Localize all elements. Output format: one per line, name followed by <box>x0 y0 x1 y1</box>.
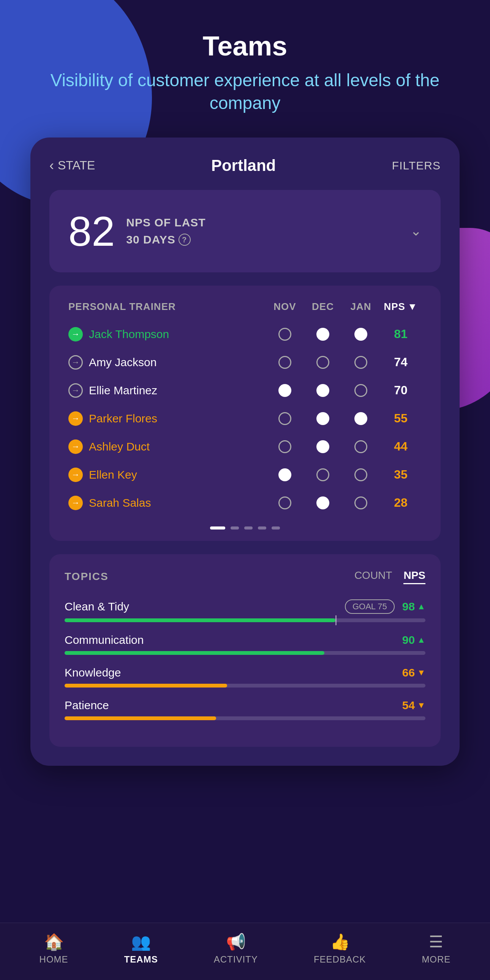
dot-cell <box>342 412 380 425</box>
topic-row-header: Knowledge 66 ▼ <box>65 666 425 679</box>
goal-line <box>336 615 337 625</box>
col-header-nps[interactable]: NPS ▼ <box>380 301 422 313</box>
topic-name: Knowledge <box>65 666 121 679</box>
trainer-name: Ashley Duct <box>89 440 150 453</box>
tab-nps[interactable]: NPS <box>403 570 425 584</box>
trainer-name: Amy Jackson <box>89 356 156 369</box>
dot-cell <box>304 328 342 341</box>
dot-cell <box>304 440 342 453</box>
pagination-dot[interactable] <box>258 527 266 530</box>
pagination-dot[interactable] <box>244 527 253 530</box>
status-icon: → <box>68 355 83 369</box>
more-icon: ☰ <box>429 932 443 951</box>
dot-cell <box>342 356 380 369</box>
dot-cell <box>266 328 304 341</box>
topics-header: TOPICS COUNT NPS <box>65 570 425 584</box>
empty-dot <box>355 468 368 481</box>
feedback-label: FEEDBACK <box>314 954 366 965</box>
trainer-cell: → Ellie Martinez <box>68 383 266 398</box>
back-arrow-icon: ‹ <box>49 158 54 173</box>
col-header-jan: JAN <box>342 301 380 313</box>
activity-label: ACTIVITY <box>214 954 258 965</box>
filled-dot <box>317 384 329 397</box>
status-icon: → <box>68 496 83 510</box>
topic-bar <box>65 651 425 655</box>
col-header-trainer: PERSONAL TRAINER <box>68 301 266 313</box>
topic-nps-value: 90 ▲ <box>402 633 425 646</box>
nav-item-activity[interactable]: 📢 ACTIVITY <box>214 932 258 965</box>
dot-cell <box>266 384 304 397</box>
topics-rows-container: Clean & Tidy GOAL 75 98 ▲ Communication … <box>65 600 425 720</box>
filled-dot <box>317 412 329 425</box>
table-row[interactable]: → Sarah Salas 28 <box>65 489 425 517</box>
expand-icon[interactable]: ⌄ <box>410 223 422 239</box>
nps-score: 44 <box>380 439 422 453</box>
nps-score: 74 <box>380 355 422 369</box>
filled-dot <box>317 440 329 453</box>
dot-cell <box>266 496 304 509</box>
main-card: ‹ STATE Portland FILTERS 82 NPS OF LAST … <box>30 137 460 766</box>
page-subtitle: Visibility of customer experience at all… <box>30 69 460 115</box>
table-row[interactable]: → Ashley Duct 44 <box>65 433 425 461</box>
nav-row: ‹ STATE Portland FILTERS <box>49 156 441 175</box>
teams-icon: 👥 <box>131 932 151 951</box>
filled-dot <box>317 328 329 341</box>
status-icon: → <box>68 439 83 454</box>
dot-cell <box>342 384 380 397</box>
nav-location: Portland <box>211 156 276 175</box>
pagination-dot[interactable] <box>231 527 239 530</box>
dot-cell <box>304 496 342 509</box>
bar-fill <box>65 684 227 687</box>
bar-fill <box>65 651 325 655</box>
table-row[interactable]: → Amy Jackson 74 <box>65 348 425 376</box>
dot-cell <box>304 468 342 481</box>
tab-count[interactable]: COUNT <box>355 570 392 584</box>
nav-back-label: STATE <box>58 158 95 172</box>
status-icon: → <box>68 383 83 398</box>
filled-dot <box>355 328 368 341</box>
page-title: Teams <box>30 30 460 62</box>
topic-name: Clean & Tidy <box>65 600 129 613</box>
dot-cell <box>304 356 342 369</box>
topic-bar <box>65 716 425 720</box>
trainer-cell: → Sarah Salas <box>68 496 266 510</box>
trainer-name: Jack Thompson <box>89 328 169 341</box>
table-row[interactable]: → Parker Flores 55 <box>65 404 425 433</box>
nav-back[interactable]: ‹ STATE <box>49 158 95 173</box>
trainer-name: Sarah Salas <box>89 496 151 509</box>
nav-item-more[interactable]: ☰ MORE <box>422 932 450 965</box>
topic-row-header: Patience 54 ▼ <box>65 699 425 712</box>
table-row[interactable]: → Ellen Key 35 <box>65 461 425 489</box>
nps-label: NPS OF LAST 30 DAYS ? <box>126 214 205 248</box>
pagination-dots <box>65 527 425 530</box>
topic-bar <box>65 684 425 687</box>
col-header-dec: DEC <box>304 301 342 313</box>
topic-row: Patience 54 ▼ <box>65 699 425 720</box>
filled-dot <box>355 412 368 425</box>
empty-dot <box>278 440 291 453</box>
nav-item-home[interactable]: 🏠 HOME <box>40 932 68 965</box>
more-label: MORE <box>422 954 450 965</box>
dot-cell <box>342 496 380 509</box>
trainer-cell: → Parker Flores <box>68 411 266 426</box>
status-icon: → <box>68 468 83 482</box>
nav-item-teams[interactable]: 👥 TEAMS <box>124 932 158 965</box>
trainer-cell: → Ashley Duct <box>68 439 266 454</box>
topic-bar <box>65 618 425 622</box>
dot-cell <box>342 468 380 481</box>
empty-dot <box>278 496 291 509</box>
nps-score: 81 <box>380 327 422 341</box>
table-row[interactable]: → Ellie Martinez 70 <box>65 376 425 404</box>
topic-nps-value: 66 ▼ <box>402 666 425 679</box>
nav-filters-button[interactable]: FILTERS <box>392 159 441 172</box>
help-icon[interactable]: ? <box>178 234 191 246</box>
nps-card-left: 82 NPS OF LAST 30 DAYS ? <box>68 207 206 255</box>
pagination-dot[interactable] <box>210 527 225 530</box>
sort-icon: ▼ <box>407 301 418 313</box>
bar-fill <box>65 716 216 720</box>
table-row[interactable]: → Jack Thompson 81 <box>65 320 425 348</box>
nav-item-feedback[interactable]: 👍 FEEDBACK <box>314 932 366 965</box>
pagination-dot[interactable] <box>272 527 280 530</box>
empty-dot <box>355 496 368 509</box>
filled-dot <box>278 384 291 397</box>
